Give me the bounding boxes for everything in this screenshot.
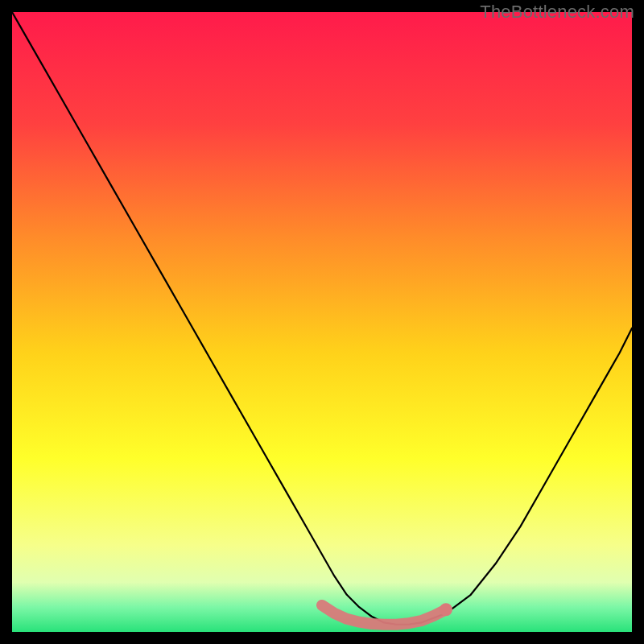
svg-rect-0	[12, 12, 632, 632]
watermark-text: TheBottleneck.com	[480, 2, 634, 23]
chart-svg	[12, 12, 632, 632]
chart-frame: TheBottleneck.com	[0, 0, 644, 644]
highlight-dot	[440, 603, 452, 616]
plot-area	[12, 12, 632, 632]
